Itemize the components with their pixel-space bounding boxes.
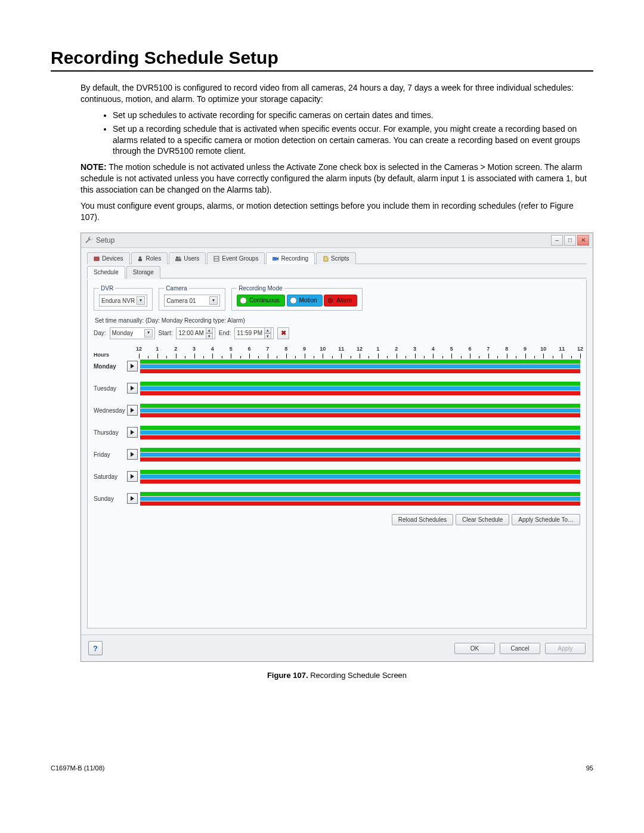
users-icon	[175, 256, 181, 262]
tab-event-groups[interactable]: Event Groups	[207, 252, 265, 265]
hours-label: Hours	[94, 351, 127, 358]
bullet-item: Set up schedules to activate recording f…	[113, 110, 593, 121]
day-name: Monday	[94, 363, 127, 371]
svg-marker-10	[131, 364, 134, 368]
start-time-input[interactable]: 12:00 AM ▴▾	[176, 327, 215, 339]
red-bar	[140, 479, 580, 484]
end-value: 11:59 PM	[237, 329, 262, 337]
hour-number: 10	[320, 345, 326, 352]
blue-bar	[140, 475, 580, 479]
delete-interval-button[interactable]: ✖	[277, 327, 289, 339]
ok-button[interactable]: OK	[454, 643, 495, 655]
hour-number: 12	[577, 345, 583, 352]
hour-number: 3	[413, 345, 416, 352]
spin-down-icon[interactable]: ▾	[206, 333, 213, 339]
day-name: Friday	[94, 451, 127, 459]
clear-schedule-button[interactable]: Clear Schedule	[456, 514, 509, 526]
day-bars[interactable]	[140, 470, 580, 484]
recmode-legend: Recording Mode	[237, 284, 284, 293]
spin-up-icon[interactable]: ▴	[264, 327, 271, 333]
play-icon	[130, 386, 135, 391]
mode-alarm[interactable]: Alarm	[324, 295, 357, 306]
day-bars[interactable]	[140, 360, 580, 373]
svg-rect-2	[138, 259, 142, 261]
page-heading: Recording Schedule Setup	[51, 48, 593, 68]
mode-label: Motion	[299, 296, 317, 305]
tab-label: Schedule	[94, 268, 119, 277]
expand-day-button[interactable]	[127, 449, 138, 460]
hour-number: 1	[376, 345, 379, 352]
maximize-button[interactable]: □	[564, 235, 576, 246]
close-button[interactable]: ✕	[577, 235, 589, 246]
expand-day-button[interactable]	[127, 383, 138, 394]
day-bars[interactable]	[140, 382, 580, 395]
tab-storage[interactable]: Storage	[126, 266, 160, 278]
figure-caption: Figure 107. Recording Schedule Screen	[80, 670, 593, 681]
hour-number: 5	[230, 345, 233, 352]
blue-bar	[140, 364, 580, 368]
hour-number: 2	[174, 345, 177, 352]
spin-up-icon[interactable]: ▴	[206, 327, 213, 333]
recording-icon	[273, 256, 278, 262]
day-bars[interactable]	[140, 492, 580, 506]
mode-label: Continuous	[249, 296, 280, 305]
dvr-value: Endura NVR	[101, 297, 135, 305]
setup-window: Setup – □ ✕ Devices Roles	[80, 233, 593, 662]
day-bars[interactable]	[140, 404, 580, 417]
hour-number: 6	[247, 345, 250, 352]
expand-day-button[interactable]	[127, 405, 138, 416]
day-name: Sunday	[94, 495, 127, 503]
end-label: End:	[219, 329, 231, 337]
expand-day-button[interactable]	[127, 471, 138, 482]
mode-motion[interactable]: Motion	[287, 295, 323, 306]
eventgroups-icon	[213, 256, 219, 262]
reload-schedules-button[interactable]: Reload Schedules	[392, 514, 453, 526]
dvr-select[interactable]: Endura NVR ▾	[99, 295, 147, 306]
apply-button[interactable]: Apply	[545, 643, 586, 655]
hour-number: 11	[338, 345, 344, 352]
day-name: Thursday	[94, 429, 127, 437]
tab-recording[interactable]: Recording	[266, 252, 315, 265]
apply-schedule-to-button[interactable]: Apply Schedule To…	[512, 514, 580, 526]
tab-devices[interactable]: Devices	[87, 252, 130, 265]
mode-continuous[interactable]: Continuous	[237, 295, 285, 306]
manual-time-row: Day: Monday ▾ Start: 12:00 AM ▴▾ End: 11…	[94, 327, 580, 339]
figure-number: Figure 107.	[267, 671, 308, 680]
day-select[interactable]: Monday ▾	[110, 327, 155, 339]
cancel-button[interactable]: Cancel	[500, 643, 540, 655]
hour-number: 6	[468, 345, 471, 352]
day-bars[interactable]	[140, 448, 580, 462]
svg-rect-0	[94, 257, 99, 261]
expand-day-button[interactable]	[127, 427, 138, 438]
hour-number: 7	[487, 345, 490, 352]
radio-dot-icon	[240, 297, 247, 304]
expand-day-button[interactable]	[127, 493, 138, 504]
day-row: Monday	[94, 360, 580, 373]
day-name: Tuesday	[94, 385, 127, 393]
spin-down-icon[interactable]: ▾	[264, 333, 271, 339]
day-bars[interactable]	[140, 426, 580, 439]
tab-schedule[interactable]: Schedule	[87, 266, 125, 278]
svg-marker-13	[131, 430, 134, 435]
hour-number: 3	[193, 345, 196, 352]
tab-scripts[interactable]: Scripts	[316, 252, 356, 265]
help-button[interactable]: ?	[88, 641, 103, 655]
intro-paragraph: By default, the DVR5100 is configured to…	[80, 82, 593, 105]
manual-time-label: Set time manually: (Day: Monday Recordin…	[95, 317, 580, 325]
red-bar	[140, 457, 580, 462]
end-time-input[interactable]: 11:59 PM ▴▾	[234, 327, 274, 339]
minimize-button[interactable]: –	[551, 235, 563, 246]
red-bar	[140, 435, 580, 439]
tab-label: Scripts	[331, 255, 349, 263]
tab-roles[interactable]: Roles	[131, 252, 168, 265]
expand-day-button[interactable]	[127, 361, 138, 371]
tab-users[interactable]: Users	[169, 252, 206, 265]
camera-select[interactable]: Camera 01 ▾	[164, 295, 220, 306]
heading-rule	[51, 70, 593, 72]
blue-bar	[140, 386, 580, 391]
play-icon	[130, 474, 135, 479]
hour-number: 1	[156, 345, 159, 352]
hour-number: 10	[540, 345, 546, 352]
red-bar	[140, 413, 580, 417]
svg-marker-16	[131, 496, 134, 501]
